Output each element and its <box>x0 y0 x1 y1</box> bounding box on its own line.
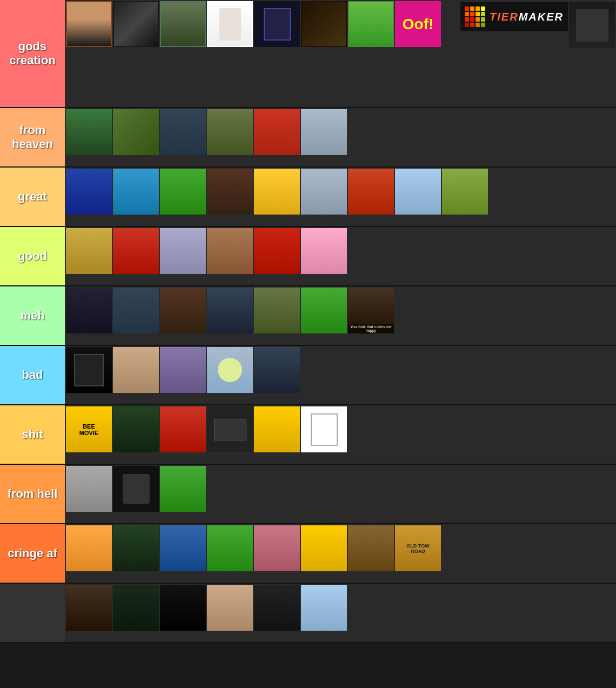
tier-items-shit: BEEMOVIE <box>65 405 616 464</box>
list-item <box>66 347 112 393</box>
list-item <box>207 288 253 333</box>
tier-row-gods-creation: gods creation <box>0 0 616 108</box>
list-item <box>348 169 394 215</box>
list-item <box>160 169 206 215</box>
list-item <box>301 585 347 631</box>
list-item <box>113 466 159 512</box>
list-item <box>207 1 253 47</box>
tier-row-from-heaven: from heaven <box>0 108 616 168</box>
list-item <box>348 1 394 47</box>
tier-label-from-heaven: from heaven <box>0 108 65 166</box>
tier-list: gods creation <box>0 0 616 643</box>
list-item <box>160 406 206 452</box>
list-item <box>66 228 112 274</box>
list-item <box>254 288 300 333</box>
tier-items-bottom <box>65 584 616 642</box>
app-container: gods creation <box>0 0 616 643</box>
tier-label-shit: shit <box>0 405 65 464</box>
tier-label-gods-creation: gods creation <box>0 0 65 107</box>
list-item <box>207 347 253 393</box>
list-item <box>207 228 253 274</box>
tier-items-great <box>65 168 616 226</box>
tier-row-bad: bad <box>0 346 616 405</box>
tier-label-great: great <box>0 168 65 226</box>
list-item: OLD TOWROAD <box>395 525 441 571</box>
list-item <box>160 585 206 631</box>
list-item <box>66 109 112 155</box>
tier-label-meh: meh <box>0 286 65 345</box>
list-item <box>442 169 488 215</box>
list-item <box>113 406 159 452</box>
tier-row-great: great <box>0 168 616 227</box>
list-item <box>113 288 159 333</box>
list-item <box>254 1 300 47</box>
list-item <box>66 169 112 215</box>
tier-items-cringe-af: OLD TOWROAD <box>65 524 616 583</box>
tier-row-cringe-af: cringe af <box>0 524 616 584</box>
list-item <box>301 1 347 47</box>
list-item <box>207 525 253 571</box>
tier-row-from-hell: from hell <box>0 465 616 524</box>
list-item <box>160 228 206 274</box>
tier-items-from-heaven <box>65 108 616 166</box>
list-item <box>254 347 300 393</box>
list-item <box>348 525 394 571</box>
list-item <box>160 525 206 571</box>
list-item <box>160 466 206 512</box>
tier-label-good: good <box>0 227 65 285</box>
list-item <box>207 585 253 631</box>
list-item: You think that makes me happy <box>348 288 394 333</box>
tier-items-gods-creation: Oof! <box>65 0 616 107</box>
tier-row-shit: shit BEEMOVIE <box>0 405 616 465</box>
list-item <box>254 406 300 452</box>
list-item <box>66 466 112 512</box>
list-item <box>66 1 112 47</box>
list-item <box>254 525 300 571</box>
list-item <box>113 228 159 274</box>
tier-items-good <box>65 227 616 285</box>
list-item <box>254 169 300 215</box>
list-item: BEEMOVIE <box>66 406 112 452</box>
tier-items-bad <box>65 346 616 404</box>
list-item <box>254 228 300 274</box>
list-item <box>207 406 253 452</box>
tier-label-cringe-af: cringe af <box>0 524 65 583</box>
list-item <box>301 288 347 333</box>
list-item <box>207 109 253 155</box>
list-item <box>207 169 253 215</box>
list-item <box>301 228 347 274</box>
list-item <box>254 585 300 631</box>
tm-logo-text: TiERMAKER <box>490 11 564 23</box>
list-item <box>113 169 159 215</box>
tier-row-bottom <box>0 584 616 643</box>
list-item <box>301 109 347 155</box>
list-item <box>160 288 206 333</box>
list-item <box>254 109 300 155</box>
list-item <box>160 109 206 155</box>
list-item <box>113 109 159 155</box>
list-item <box>301 406 347 452</box>
list-item <box>66 585 112 631</box>
tier-label-bad: bad <box>0 346 65 404</box>
list-item <box>160 1 206 47</box>
list-item <box>301 169 347 215</box>
list-item: Oof! <box>395 1 441 47</box>
tm-logo-grid <box>465 6 485 27</box>
list-item <box>113 525 159 571</box>
tier-label-bottom <box>0 584 65 642</box>
list-item <box>160 347 206 393</box>
tier-row-meh: meh <box>0 286 616 346</box>
tier-label-from-hell: from hell <box>0 465 65 523</box>
list-item <box>113 585 159 631</box>
tier-items-meh: You think that makes me happy <box>65 286 616 345</box>
list-item <box>113 1 159 47</box>
list-item <box>395 169 441 215</box>
list-item <box>113 347 159 393</box>
tiermaker-logo-container: TiERMAKER <box>460 2 568 31</box>
list-item <box>569 2 615 48</box>
list-item <box>66 288 112 333</box>
list-item <box>66 525 112 571</box>
tier-row-good: good <box>0 227 616 286</box>
tier-items-from-hell <box>65 465 616 523</box>
list-item <box>301 525 347 571</box>
